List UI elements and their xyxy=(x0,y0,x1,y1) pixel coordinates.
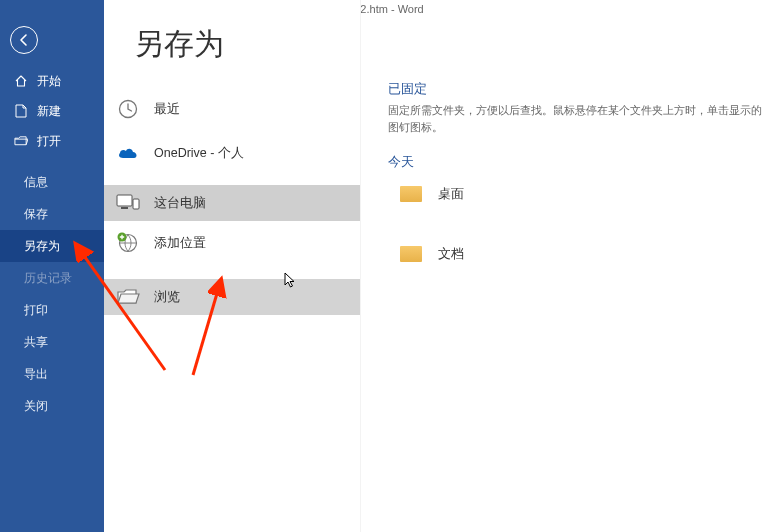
folder-desktop[interactable]: 桌面 xyxy=(388,175,768,213)
nav-export[interactable]: 导出 xyxy=(0,358,104,390)
location-browse[interactable]: 浏览 xyxy=(104,279,360,315)
svg-rect-1 xyxy=(117,195,132,206)
home-icon xyxy=(14,74,28,88)
browse-folder-icon xyxy=(116,285,140,309)
location-label: 添加位置 xyxy=(154,235,206,252)
pinned-heading: 已固定 xyxy=(388,80,768,98)
nav-info[interactable]: 信息 xyxy=(0,166,104,198)
add-place-icon xyxy=(116,231,140,255)
saveas-locations-panel: 另存为 最近 OneDrive - 个人 这台电脑 xyxy=(104,0,361,532)
page-title: 另存为 xyxy=(104,0,360,65)
thispc-icon xyxy=(116,191,140,215)
location-label: OneDrive - 个人 xyxy=(154,145,244,162)
location-onedrive[interactable]: OneDrive - 个人 xyxy=(104,133,360,173)
backstage-sidebar: 开始 新建 打开 信息 保存 另存为 历史记录 打印 共享 导出 关闭 xyxy=(0,0,104,532)
location-this-pc[interactable]: 这台电脑 xyxy=(104,185,360,221)
new-doc-icon xyxy=(14,104,28,118)
nav-open[interactable]: 打开 xyxy=(0,126,104,156)
nav-label: 新建 xyxy=(37,103,61,120)
pinned-description: 固定所需文件夹，方便以后查找。鼠标悬停在某个文件夹上方时，单击显示的图钉图标。 xyxy=(388,102,768,135)
location-label: 最近 xyxy=(154,101,180,118)
clock-icon xyxy=(116,97,140,121)
svg-rect-2 xyxy=(121,207,128,209)
nav-label: 开始 xyxy=(37,73,61,90)
svg-rect-3 xyxy=(133,199,139,209)
location-label: 这台电脑 xyxy=(154,195,206,212)
nav-saveas[interactable]: 另存为 xyxy=(0,230,104,262)
nav-save[interactable]: 保存 xyxy=(0,198,104,230)
folder-icon xyxy=(400,246,422,262)
folder-icon xyxy=(400,186,422,202)
location-add-place[interactable]: 添加位置 xyxy=(104,225,360,261)
nav-share[interactable]: 共享 xyxy=(0,326,104,358)
location-label: 浏览 xyxy=(154,289,180,306)
mouse-cursor-icon xyxy=(284,272,296,288)
nav-close[interactable]: 关闭 xyxy=(0,390,104,422)
nav-label: 打开 xyxy=(37,133,61,150)
folder-label: 桌面 xyxy=(438,185,464,203)
onedrive-cloud-icon xyxy=(116,141,140,165)
back-arrow-icon xyxy=(10,26,38,54)
today-heading: 今天 xyxy=(388,153,768,171)
nav-print[interactable]: 打印 xyxy=(0,294,104,326)
back-button[interactable] xyxy=(0,22,104,58)
nav-home[interactable]: 开始 xyxy=(0,66,104,96)
folder-label: 文档 xyxy=(438,245,464,263)
open-folder-icon xyxy=(14,134,28,148)
location-recent[interactable]: 最近 xyxy=(104,91,360,127)
recent-folders-panel: 已固定 固定所需文件夹，方便以后查找。鼠标悬停在某个文件夹上方时，单击显示的图钉… xyxy=(388,80,768,273)
folder-documents[interactable]: 文档 xyxy=(388,235,768,273)
nav-new[interactable]: 新建 xyxy=(0,96,104,126)
nav-history: 历史记录 xyxy=(0,262,104,294)
